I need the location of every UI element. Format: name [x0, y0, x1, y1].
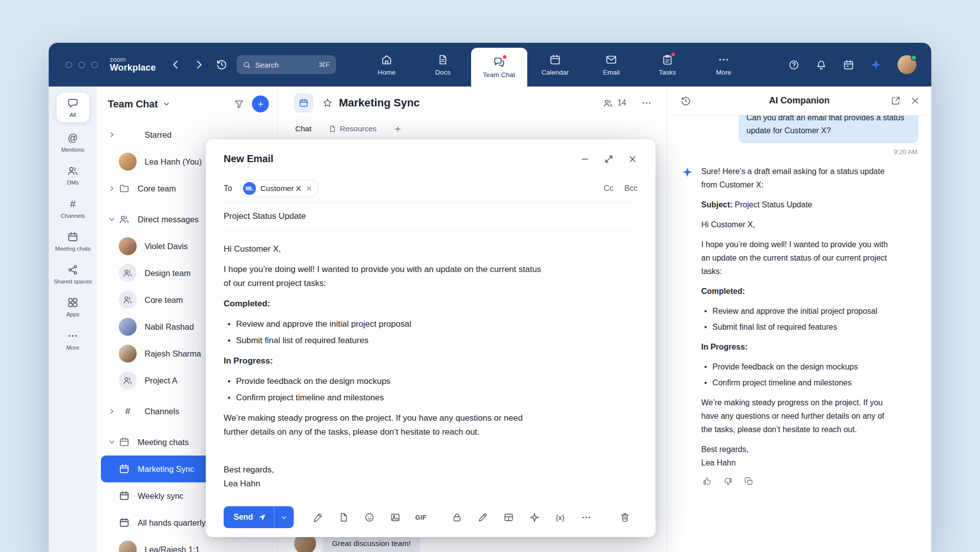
rail-apps-label: Apps: [66, 311, 79, 318]
help-icon[interactable]: [788, 59, 800, 71]
email-icon: [605, 54, 617, 66]
email-body-editor[interactable]: Hi Customer X, I hope you’re doing well!…: [224, 230, 547, 491]
rail-item-all[interactable]: All: [57, 92, 89, 122]
nav-more[interactable]: More: [696, 43, 752, 87]
nav-email[interactable]: Email: [583, 43, 640, 87]
user-message-bubble: Can you draft an email that provides a s…: [738, 115, 918, 143]
tasks-icon: [661, 54, 673, 66]
rail-item-channels[interactable]: # Channels: [52, 198, 94, 219]
filter-icon[interactable]: [234, 98, 245, 109]
app-window: zoom Workplace Search ⌘F: [49, 43, 931, 552]
chevron-right-icon: [108, 131, 116, 139]
subject-field[interactable]: Project Status Update: [224, 211, 306, 221]
recipient-chip[interactable]: ML Customer X: [240, 180, 319, 197]
topbar: zoom Workplace Search ⌘F: [49, 43, 931, 87]
send-button[interactable]: Send: [224, 506, 274, 528]
variables-button[interactable]: {x}: [547, 508, 573, 526]
profile-avatar[interactable]: [898, 55, 916, 74]
rail-all-label: All: [70, 112, 76, 118]
thumbs-down-icon[interactable]: [723, 476, 733, 486]
more-options-icon[interactable]: [573, 508, 599, 526]
to-field-label: To: [224, 184, 232, 193]
star-icon[interactable]: [322, 97, 333, 108]
sidebar-title[interactable]: Team Chat: [108, 98, 158, 110]
close-icon[interactable]: [628, 154, 638, 164]
upcoming-meetings-icon[interactable]: [843, 59, 854, 71]
emoji-icon[interactable]: [356, 508, 382, 526]
nav-tasks[interactable]: Tasks: [640, 43, 696, 87]
open-in-new-icon[interactable]: [891, 95, 901, 106]
lock-icon[interactable]: [444, 508, 470, 526]
chevron-down-icon[interactable]: [163, 100, 170, 108]
history-icon[interactable]: [680, 95, 691, 106]
window-controls[interactable]: [66, 62, 98, 68]
rail-item-shared-spaces[interactable]: Shared spaces: [52, 264, 94, 285]
signature-icon[interactable]: [305, 508, 330, 526]
avatar: [119, 237, 137, 255]
bcc-button[interactable]: Bcc: [624, 184, 638, 193]
more-options-icon[interactable]: [641, 97, 652, 108]
page-title: Marketing Sync: [339, 96, 420, 109]
cc-button[interactable]: Cc: [604, 184, 614, 193]
nav-team-chat-label: Team Chat: [483, 71, 515, 79]
recipient-avatar: ML: [243, 182, 256, 195]
back-icon[interactable]: [170, 59, 182, 71]
thumbs-up-icon[interactable]: [702, 476, 712, 486]
layout-icon[interactable]: [495, 508, 521, 526]
members-count-value: 14: [617, 98, 626, 107]
nav-home[interactable]: Home: [359, 43, 415, 87]
ai-sparkle-icon[interactable]: [521, 508, 547, 526]
forward-icon[interactable]: [193, 59, 205, 71]
history-icon[interactable]: [216, 59, 228, 71]
rail-item-mentions[interactable]: @ Mentions: [52, 132, 94, 153]
nav-docs[interactable]: Docs: [415, 43, 471, 87]
ai-conversation[interactable]: Can you draft an email that provides a s…: [667, 115, 931, 552]
rail-dms-label: DMs: [67, 180, 79, 186]
rail-item-apps[interactable]: Apps: [52, 297, 94, 318]
image-icon[interactable]: [382, 508, 408, 526]
rail-shared-spaces-label: Shared spaces: [54, 278, 92, 285]
send-options-chevron[interactable]: [274, 506, 294, 528]
expand-icon[interactable]: [604, 154, 614, 164]
sidebar-item-lea-rajesh[interactable]: Lea/Rajesh 1:1: [101, 536, 274, 552]
search-placeholder: Search: [255, 61, 279, 69]
members-count[interactable]: 14: [603, 98, 626, 108]
left-rail: All @ Mentions DMs # Channels Meeting: [49, 87, 97, 552]
people-icon: [119, 214, 130, 225]
more-icon: [718, 54, 730, 66]
window-close-button[interactable]: [66, 62, 72, 68]
rail-item-dms[interactable]: DMs: [52, 165, 94, 186]
gif-button[interactable]: GIF: [408, 508, 434, 526]
remove-recipient-icon[interactable]: [306, 185, 313, 192]
chat-bubble-icon: [67, 97, 79, 109]
trash-icon[interactable]: [612, 508, 638, 526]
tab-resources[interactable]: Resources: [328, 124, 377, 133]
window-minimize-button[interactable]: [79, 62, 85, 68]
rail-more-icon: [67, 330, 79, 342]
tab-chat[interactable]: Chat: [295, 124, 312, 133]
search-icon: [243, 61, 251, 69]
rail-item-meeting-chats[interactable]: Meeting chats: [52, 231, 94, 252]
minimize-icon[interactable]: [580, 154, 590, 164]
search-input[interactable]: Search ⌘F: [237, 55, 336, 74]
chat-tabs: Chat Resources: [278, 119, 667, 138]
docs-icon: [437, 54, 449, 66]
add-tab-icon[interactable]: [394, 125, 402, 133]
nav-team-chat[interactable]: Team Chat: [471, 48, 527, 87]
rail-meeting-chats-label: Meeting chats: [55, 246, 91, 252]
recipient-name: Customer X: [260, 184, 301, 193]
close-icon[interactable]: [910, 95, 920, 106]
chevron-right-icon: [108, 184, 116, 192]
add-chat-button[interactable]: [252, 95, 269, 112]
group-avatar: [119, 264, 137, 282]
rail-channels-label: Channels: [61, 213, 85, 219]
notifications-bell-icon[interactable]: [816, 59, 827, 71]
edit-icon[interactable]: [470, 508, 495, 526]
template-icon[interactable]: [330, 508, 356, 526]
team-chat-unread-badge: [502, 54, 507, 60]
copy-icon[interactable]: [744, 476, 754, 486]
nav-calendar[interactable]: Calendar: [527, 43, 583, 87]
rail-item-more[interactable]: More: [52, 330, 94, 351]
ai-companion-icon[interactable]: [870, 59, 882, 71]
window-zoom-button[interactable]: [91, 62, 98, 68]
